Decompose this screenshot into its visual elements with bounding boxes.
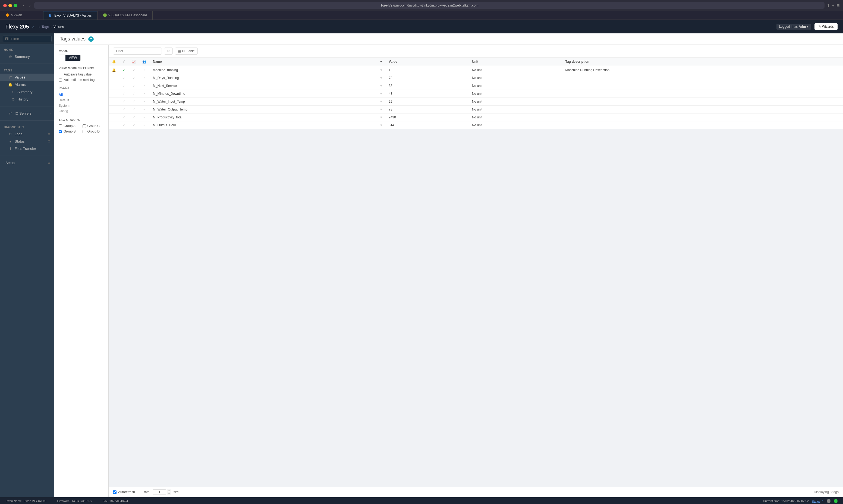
hl-table-button[interactable]: ▦ HL Table <box>175 48 198 55</box>
rate-input[interactable] <box>153 489 166 495</box>
minimize-button[interactable] <box>8 4 12 7</box>
logs-gear-icon[interactable]: ⚙ <box>48 132 51 136</box>
status-gear-icon[interactable]: ⚙ <box>48 140 51 143</box>
table-row[interactable]: 🔔 ✓ ✓ ✓ machine_running ♥ 1 No unit Masc… <box>109 66 843 74</box>
autosave-checkbox[interactable] <box>59 73 62 76</box>
maximize-button[interactable] <box>14 4 17 7</box>
row-unit-0: No unit <box>469 66 562 74</box>
page-system[interactable]: System <box>59 103 104 108</box>
help-badge[interactable]: ? <box>88 36 94 42</box>
wizards-button[interactable]: ✎ Wizards <box>814 23 838 30</box>
table-header: 🔔 ✓ 📈 👥 Name ♥ Value Unit Tag descriptio… <box>109 58 843 66</box>
auto-edit-row[interactable]: Auto edit the next tag <box>59 78 104 82</box>
row-description-7 <box>562 121 843 129</box>
col-description: Tag description <box>562 58 843 66</box>
mode-view-button[interactable]: VIEW <box>66 55 80 61</box>
sidebar-diagnostic-section: Diagnostic ↺ Logs ⚙ ♥ Status ⚙ ⬇ Files T… <box>0 122 54 155</box>
sidebar: Home ⊙ Summary Tags 🏷 Values 🔔 Alarms <box>0 33 54 497</box>
new-tab-icon[interactable]: + <box>832 3 834 7</box>
browser-tabs: 🔶 M2Web E Ewon VISUALYS - Values 🟢 VISUA… <box>0 11 843 20</box>
group-c-checkbox[interactable] <box>83 124 86 128</box>
tab-kpi-label: VISUALYS KPI Dashboard <box>108 13 147 17</box>
firmware-value: 14.5s0 (#1817) <box>71 499 91 503</box>
group-d-item[interactable]: Group D <box>83 129 104 133</box>
refresh-button[interactable]: ↻ <box>164 48 173 55</box>
pages-title: PAGES <box>59 86 104 89</box>
group-c-item[interactable]: Group C <box>83 124 104 128</box>
auto-edit-checkbox[interactable] <box>59 78 62 82</box>
autorefresh-checkbox[interactable] <box>113 490 116 494</box>
home-icon[interactable]: ⌂ <box>32 25 35 29</box>
grid-icon[interactable]: ⊞ <box>837 3 840 7</box>
table-row[interactable]: ✓ ✓ ✓ M_Productivity_total ♥ 7430 No uni… <box>109 113 843 121</box>
sidebar-divider-3 <box>0 120 54 121</box>
row-value-5: 78 <box>385 106 469 113</box>
group-b-checkbox[interactable] <box>59 130 62 133</box>
row-heart-4: ♥ <box>377 98 385 106</box>
sidebar-item-setup[interactable]: Setup ⚙ <box>0 159 54 166</box>
back-button[interactable]: ‹ <box>21 3 26 8</box>
table-filter-input[interactable] <box>113 48 162 55</box>
sidebar-item-alarms-history[interactable]: ⊙ History <box>0 95 54 103</box>
autosave-row[interactable]: Autosave tag value <box>59 72 104 76</box>
sidebar-item-status[interactable]: ♥ Status ⚙ <box>0 138 54 145</box>
row-value-1: 78 <box>385 74 469 82</box>
sidebar-item-files-transfer[interactable]: ⬇ Files Transfer <box>0 145 54 152</box>
mode-edit-button[interactable] <box>59 57 66 59</box>
sidebar-divider-4 <box>0 156 54 156</box>
col-value: Value <box>385 58 469 66</box>
setup-gear-icon[interactable]: ⚙ <box>48 161 51 165</box>
table-row[interactable]: ✓ ✓ ✓ M_Water_Output_Temp ♥ 78 No unit <box>109 106 843 113</box>
group-a-checkbox[interactable] <box>59 124 62 128</box>
sidebar-item-logs[interactable]: ↺ Logs ⚙ <box>0 130 54 138</box>
sidebar-alarms-history-label: History <box>17 97 28 101</box>
sidebar-logs-label: Logs <box>15 132 22 136</box>
row-trend-5: ✓ <box>128 106 139 113</box>
tab-kpi-dashboard[interactable]: 🟢 VISUALYS KPI Dashboard <box>97 11 153 20</box>
sidebar-status-label: Status <box>15 139 25 143</box>
table-row[interactable]: ✓ ✓ ✓ M_Water_Input_Temp ♥ 29 No unit <box>109 98 843 106</box>
rate-down-button[interactable]: ▼ <box>167 492 172 495</box>
sidebar-filter-input[interactable] <box>3 36 52 42</box>
alarms-summary-icon: ⊙ <box>11 90 15 94</box>
table-row[interactable]: ✓ ✓ ✓ M_Minutes_Downtime ♥ 43 No unit <box>109 90 843 98</box>
sidebar-item-alarms[interactable]: 🔔 Alarms <box>0 81 54 88</box>
footer-current-time: Current time: 15/02/2022 07:02:52 <box>763 499 809 503</box>
share-icon[interactable]: ⬆ <box>827 3 830 7</box>
history-icon: ⊙ <box>11 97 15 101</box>
diagnostic-section-title: Diagnostic <box>0 124 54 130</box>
table-row[interactable]: ✓ ✓ ✓ M_Output_Hour ♥ 514 No unit <box>109 121 843 129</box>
table-row[interactable]: ✓ ✓ ✓ M_Days_Running ♥ 78 No unit <box>109 74 843 82</box>
page-default[interactable]: Default <box>59 97 104 103</box>
tab-m2web[interactable]: 🔶 M2Web <box>0 11 43 20</box>
address-bar[interactable] <box>34 2 824 9</box>
group-d-checkbox[interactable] <box>83 130 86 133</box>
sidebar-item-home-summary[interactable]: ⊙ Summary <box>0 53 54 60</box>
sidebar-item-alarms-summary[interactable]: ⊙ Summary <box>0 88 54 95</box>
io-servers-icon: ⇄ <box>8 111 13 115</box>
row-status-7: ✓ <box>119 121 128 129</box>
breadcrumb-tags[interactable]: Tags <box>41 25 49 29</box>
rate-up-button[interactable]: ▲ <box>167 489 172 492</box>
close-button[interactable] <box>3 4 7 7</box>
home-section-title: Home <box>0 47 54 53</box>
header-left: Flexy 205 ⌂ › Tags › Values <box>5 24 64 30</box>
row-description-3 <box>562 90 843 98</box>
page-config[interactable]: Config <box>59 108 104 114</box>
group-a-label: Group A <box>64 124 75 128</box>
page-all[interactable]: All <box>59 92 104 97</box>
forward-button[interactable]: › <box>28 3 32 8</box>
group-a-item[interactable]: Group A <box>59 124 80 128</box>
pencil-icon: ✎ <box>818 25 821 29</box>
table-row[interactable]: ✓ ✓ ✓ M_Next_Service ♥ 33 No unit <box>109 82 843 90</box>
autorefresh-check[interactable]: Autorefresh <box>113 490 135 494</box>
tag-groups: TAG GROUPS Group A Group C <box>59 118 104 133</box>
sidebar-item-values[interactable]: 🏷 Values <box>0 74 54 81</box>
tab-ewon-visualys[interactable]: E Ewon VISUALYS - Values <box>43 11 97 20</box>
row-name-7: M_Output_Hour <box>150 121 377 129</box>
header-right: Logged in as Adm ▾ ✎ Wizards <box>776 23 838 30</box>
group-b-item[interactable]: Group B <box>59 129 80 133</box>
sidebar-item-io-servers[interactable]: ⇄ IO Servers › <box>0 110 54 117</box>
traffic-lights <box>3 4 17 7</box>
status-link[interactable]: Status ↗ <box>812 499 823 503</box>
